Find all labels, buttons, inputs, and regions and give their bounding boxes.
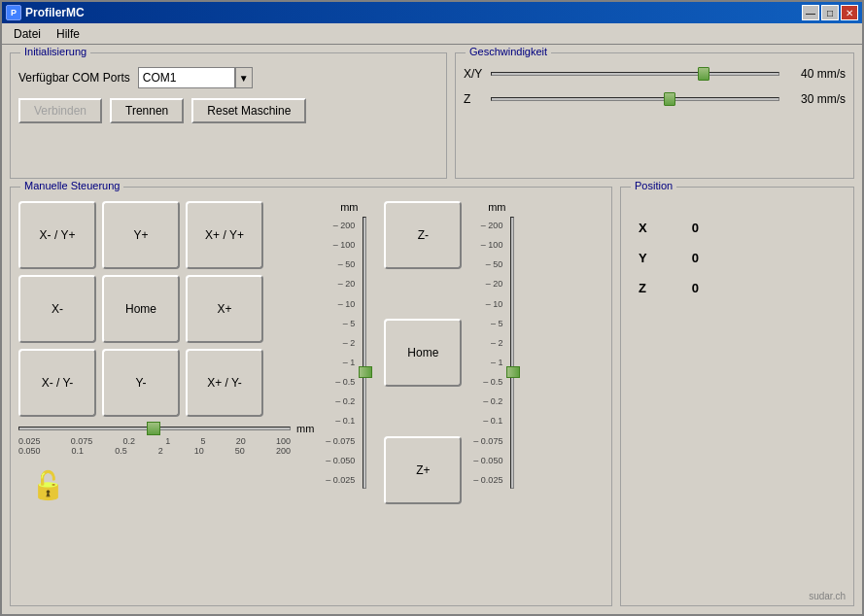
z-speed-slider-row: Z 30 mm/s <box>464 92 846 106</box>
xy-label: X/Y <box>464 67 483 81</box>
z-minus-button[interactable]: Z- <box>384 201 462 269</box>
position-values: X 0 Y 0 Z 0 <box>629 201 846 315</box>
z-buttons-section: Z- Home Z+ <box>384 201 462 504</box>
xy-minus-button[interactable]: X- / Y- <box>18 349 96 417</box>
y-axis-label: Y <box>639 251 658 265</box>
z-speed-slider-thumb[interactable] <box>664 92 675 106</box>
button-row: Verbinden Trennen Reset Maschine <box>18 98 438 123</box>
h-slider-section: mm 0.0250.0750.21520100 0.0500.10.521050… <box>18 423 314 456</box>
com-label: Verfügbar COM Ports <box>18 71 130 85</box>
com-combobox[interactable]: COM1 <box>138 67 235 88</box>
xy-scale: – 200– 100– 50– 20– 10– 5– 2– 1– 0.5– 0.… <box>326 217 355 489</box>
xy-plus-button[interactable]: X+ / Y+ <box>186 201 263 269</box>
menu-datei[interactable]: Datei <box>6 25 49 43</box>
manual-panel: Manuelle Steuerung X- / Y+ Y+ X+ / Y+ X-… <box>10 187 612 606</box>
z-v-slider-section: mm – 200– 100– 50– 20– 10– 5– 2– 1– 0.5–… <box>473 201 520 504</box>
z-position-value: 0 <box>670 281 699 295</box>
x-minus-button[interactable]: X- <box>18 275 96 343</box>
com-dropdown-arrow[interactable]: ▼ <box>235 67 253 88</box>
main-content: Initialisierung Verfügbar COM Ports COM1… <box>2 45 862 614</box>
z-scale: – 200– 100– 50– 20– 10– 5– 2– 1– 0.5– 0.… <box>473 217 502 489</box>
manual-panel-title: Manuelle Steuerung <box>20 180 123 191</box>
speed-panel: Geschwindigkeit X/Y 40 mm/s Z 30 mm/s <box>455 52 854 179</box>
close-button[interactable]: ✕ <box>841 5 858 20</box>
h-scale-bottom: 0.0500.10.521050200 <box>18 446 291 456</box>
x-plus-button[interactable]: X+ <box>186 275 263 343</box>
xy-plus-minus-button[interactable]: X+ / Y- <box>186 349 263 417</box>
title-bar: P ProfilerMC — □ ✕ <box>2 2 862 23</box>
mm-unit: mm <box>296 423 314 434</box>
xy-v-slider-section: mm – 200– 100– 50– 20– 10– 5– 2– 1– 0.5–… <box>326 201 372 504</box>
position-panel-title: Position <box>631 180 676 191</box>
title-bar-buttons: — □ ✕ <box>802 5 858 20</box>
menubar: Datei Hilfe <box>2 23 862 45</box>
window-title: ProfilerMC <box>25 6 85 19</box>
title-bar-left: P ProfilerMC <box>6 5 85 20</box>
z-v-thumb[interactable] <box>506 366 520 378</box>
y-position-value: 0 <box>670 251 699 265</box>
watermark: sudar.ch <box>809 591 846 601</box>
maximize-button[interactable]: □ <box>821 5 839 20</box>
xy-v-track-wrapper <box>357 217 372 489</box>
h-scale-top: 0.0250.0750.21520100 <box>18 436 291 446</box>
z-speed-label: Z <box>464 92 483 106</box>
z-v-track-wrapper <box>504 217 520 489</box>
z-speed-value: 30 mm/s <box>787 92 846 106</box>
minimize-button[interactable]: — <box>802 5 819 20</box>
y-minus-button[interactable]: Y- <box>102 349 180 417</box>
xy-slider-thumb[interactable] <box>698 67 709 81</box>
z-axis-label: Z <box>639 281 658 295</box>
xy-slider-row: X/Y 40 mm/s <box>464 67 846 81</box>
x-axis-label: X <box>639 221 658 235</box>
app-icon: P <box>6 5 21 20</box>
x-position-row: X 0 <box>639 221 836 235</box>
home-button[interactable]: Home <box>102 275 180 343</box>
xy-mm-label: mm <box>340 201 358 213</box>
z-home-button[interactable]: Home <box>384 319 462 387</box>
y-position-row: Y 0 <box>639 251 836 265</box>
z-mm-label: mm <box>488 201 505 213</box>
com-form-row: Verfügbar COM Ports COM1 ▼ <box>18 67 438 88</box>
bottom-row: Manuelle Steuerung X- / Y+ Y+ X+ / Y+ X-… <box>10 187 854 606</box>
trennen-button[interactable]: Trennen <box>110 98 184 123</box>
manual-inner: X- / Y+ Y+ X+ / Y+ X- Home X+ X- / Y- Y-… <box>18 201 604 504</box>
xy-grid: X- / Y+ Y+ X+ / Y+ X- Home X+ X- / Y- Y-… <box>18 201 314 417</box>
xy-v-track[interactable] <box>363 217 366 489</box>
verbinden-button[interactable]: Verbinden <box>18 98 102 123</box>
z-v-track[interactable] <box>510 217 514 489</box>
xy-v-thumb[interactable] <box>359 366 372 378</box>
xy-value: 40 mm/s <box>787 67 846 81</box>
init-panel-title: Initialisierung <box>20 46 90 57</box>
init-panel: Initialisierung Verfügbar COM Ports COM1… <box>10 52 447 179</box>
z-slider-track[interactable] <box>491 97 779 101</box>
lock-icon: 🔓 <box>28 465 67 504</box>
speed-panel-title: Geschwindigkeit <box>466 46 551 57</box>
main-window: P ProfilerMC — □ ✕ Datei Hilfe Initialis… <box>0 0 864 616</box>
h-slider-thumb[interactable] <box>147 422 160 435</box>
y-plus-button[interactable]: Y+ <box>102 201 180 269</box>
z-plus-button[interactable]: Z+ <box>384 436 462 504</box>
xy-minus-plus-button[interactable]: X- / Y+ <box>18 201 96 269</box>
z-position-row: Z 0 <box>639 281 836 295</box>
menu-hilfe[interactable]: Hilfe <box>49 25 87 43</box>
position-panel: Position X 0 Y 0 Z 0 sudar.ch <box>620 187 854 606</box>
top-row: Initialisierung Verfügbar COM Ports COM1… <box>10 52 854 179</box>
h-slider-track[interactable] <box>18 427 291 430</box>
x-position-value: 0 <box>670 221 699 235</box>
com-value: COM1 <box>143 71 177 85</box>
xy-slider-track[interactable] <box>491 72 779 76</box>
reset-button[interactable]: Reset Maschine <box>191 98 306 123</box>
